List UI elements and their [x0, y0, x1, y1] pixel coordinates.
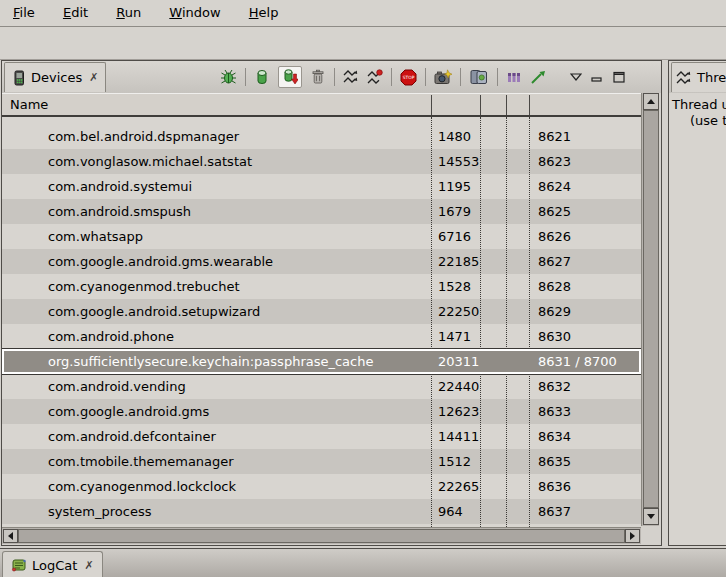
- view-hierarchy-icon[interactable]: [469, 69, 489, 85]
- table-row[interactable]: com.vonglasow.michael.satstat145538623: [2, 149, 641, 174]
- column-gridline: [431, 117, 432, 527]
- pid-cell: 20311: [438, 349, 479, 374]
- column-gridline: [506, 117, 507, 527]
- column-gridline: [480, 117, 481, 527]
- debug-icon[interactable]: [220, 69, 237, 85]
- pid-cell: 14553: [438, 149, 479, 174]
- process-name-cell: com.google.android.gms: [48, 399, 209, 424]
- table-row[interactable]: com.android.smspush16798625: [2, 199, 641, 224]
- port-cell: 8633: [538, 399, 571, 424]
- tab-logcat-close-icon[interactable]: ✗: [84, 560, 93, 571]
- pid-cell: 1679: [438, 199, 471, 224]
- port-cell: 8631 / 8700: [538, 349, 617, 374]
- pid-cell: 1528: [438, 274, 471, 299]
- table-row[interactable]: org.sufficientlysecure.keychain:passphra…: [2, 349, 641, 374]
- menu-run[interactable]: Run: [105, 0, 152, 25]
- table-row[interactable]: com.whatsapp67168626: [2, 224, 641, 249]
- tab-devices-label: Devices: [31, 70, 82, 85]
- devices-toolbar: STOP: [220, 61, 626, 93]
- column-divider[interactable]: [480, 95, 481, 115]
- table-header: Name: [2, 93, 641, 117]
- table-row[interactable]: com.android.vending224408632: [2, 374, 641, 399]
- vertical-scrollbar[interactable]: [641, 93, 659, 526]
- table-row[interactable]: com.android.systemui11958624: [2, 174, 641, 199]
- port-cell: 8637: [538, 499, 571, 524]
- process-name-cell: com.bel.android.dspmanager: [48, 124, 239, 149]
- process-name-cell: com.android.smspush: [48, 199, 191, 224]
- port-cell: 8628: [538, 274, 571, 299]
- tab-devices[interactable]: Devices ✗: [4, 62, 106, 92]
- table-row[interactable]: com.cyanogenmod.lockclock222658636: [2, 474, 641, 499]
- table-row[interactable]: com.android.defcontainer144118634: [2, 424, 641, 449]
- menu-window[interactable]: Window: [158, 0, 231, 25]
- menu-edit[interactable]: Edit: [52, 0, 99, 25]
- pid-cell: 22440: [438, 374, 479, 399]
- horizontal-scrollbar[interactable]: [2, 527, 641, 544]
- process-name-cell: com.cyanogenmod.trebuchet: [48, 274, 240, 299]
- pid-cell: 12623: [438, 399, 479, 424]
- threads-message-line2: (use toolbar button to enable): [690, 113, 726, 128]
- process-name-cell: com.android.phone: [48, 324, 174, 349]
- ddms-window: File Edit Run Window Help: [0, 0, 726, 577]
- scroll-left-button[interactable]: [3, 529, 18, 543]
- update-heap-icon[interactable]: [254, 69, 270, 85]
- column-header-name[interactable]: Name: [10, 94, 48, 115]
- minimize-icon[interactable]: [590, 71, 604, 83]
- table-row[interactable]: com.google.android.setupwizard222508629: [2, 299, 641, 324]
- devices-tabbar: Devices ✗: [2, 61, 661, 93]
- column-divider[interactable]: [506, 95, 507, 115]
- scroll-right-button[interactable]: [625, 529, 640, 543]
- column-gridline: [529, 117, 530, 527]
- process-name-cell: com.whatsapp: [48, 224, 143, 249]
- tab-logcat[interactable]: LogCat ✗: [2, 551, 103, 577]
- capture-systrace-icon[interactable]: [506, 69, 522, 85]
- threads-tabbar: Threads: [669, 61, 726, 93]
- scroll-down-button[interactable]: [643, 508, 659, 525]
- screen-capture-icon[interactable]: [434, 69, 452, 85]
- column-divider[interactable]: [431, 95, 432, 115]
- table-row[interactable]: com.android.phone14718630: [2, 324, 641, 349]
- port-cell: 8626: [538, 224, 571, 249]
- vertical-scroll-thumb[interactable]: [643, 110, 659, 508]
- table-row[interactable]: com.cyanogenmod.trebuchet15288628: [2, 274, 641, 299]
- threads-content: Thread updates not enabled for selected …: [669, 93, 726, 545]
- column-divider[interactable]: [529, 95, 530, 115]
- pid-cell: 22250: [438, 299, 479, 324]
- cause-gc-trash-icon[interactable]: [310, 69, 326, 85]
- toolbar-separator: [460, 68, 461, 86]
- table-row[interactable]: system_process9648637: [2, 499, 641, 524]
- horizontal-scroll-thumb[interactable]: [18, 529, 625, 543]
- pid-cell: 1471: [438, 324, 471, 349]
- dump-hprof-icon[interactable]: [278, 66, 302, 88]
- maximize-icon[interactable]: [612, 71, 626, 83]
- pid-cell: 22185: [438, 249, 479, 274]
- right-arrow-icon: [630, 532, 635, 540]
- view-menu-icon[interactable]: [570, 73, 582, 81]
- toolbar-separator: [334, 68, 335, 86]
- pid-cell: 6716: [438, 224, 471, 249]
- toolbar-separator: [497, 68, 498, 86]
- table-row[interactable]: com.google.android.gms126238633: [2, 399, 641, 424]
- tab-threads[interactable]: Threads: [671, 62, 726, 92]
- start-opengl-trace-icon[interactable]: [530, 69, 546, 85]
- table-row[interactable]: com.tmobile.thememanager15128635: [2, 449, 641, 474]
- tab-devices-close-icon[interactable]: ✗: [89, 72, 98, 83]
- port-cell: 8635: [538, 449, 571, 474]
- device-table-body: com.bel.android.dspmanager14808621com.vo…: [2, 117, 641, 527]
- logcat-view: LogCat ✗: [0, 548, 726, 577]
- port-cell: 8636: [538, 474, 571, 499]
- main-toolbar-strip: [0, 27, 726, 60]
- update-threads-icon[interactable]: [343, 69, 359, 85]
- table-row[interactable]: com.google.android.gms.wearable221858627: [2, 249, 641, 274]
- pid-cell: 1480: [438, 124, 471, 149]
- stop-process-icon[interactable]: STOP: [400, 69, 417, 86]
- process-name-cell: com.tmobile.thememanager: [48, 449, 234, 474]
- scroll-up-button[interactable]: [643, 93, 659, 110]
- toolbar-separator: [391, 68, 392, 86]
- port-cell: 8629: [538, 299, 571, 324]
- start-method-profiling-icon[interactable]: [367, 69, 383, 85]
- table-row[interactable]: com.bel.android.dspmanager14808621: [2, 124, 641, 149]
- tab-threads-label: Threads: [697, 70, 726, 85]
- menu-help[interactable]: Help: [238, 0, 290, 25]
- menu-file[interactable]: File: [2, 0, 46, 25]
